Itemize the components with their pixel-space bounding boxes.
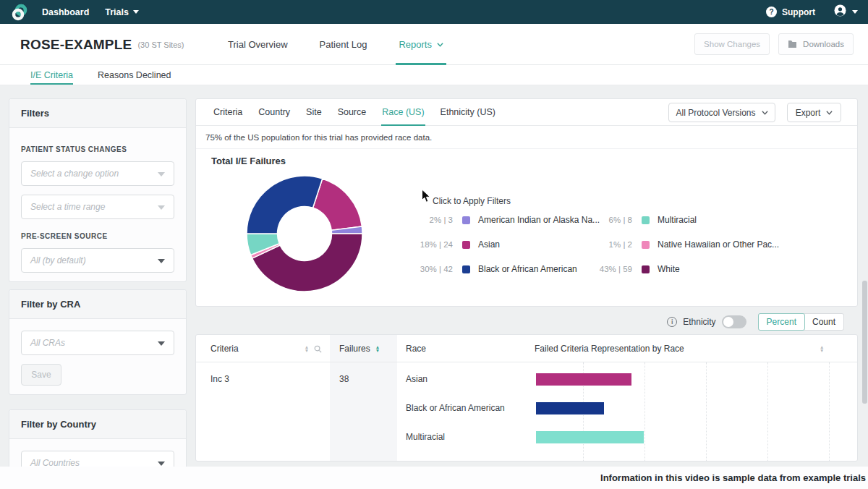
legend-value: 2% | 3 <box>411 216 453 224</box>
filter-by-country-title: Filter by Country <box>9 410 186 439</box>
race-bar[interactable] <box>536 373 631 386</box>
nav-trials[interactable]: Trials <box>105 7 139 17</box>
legend-item-white[interactable]: 43% | 59 White <box>590 262 680 276</box>
nav-dashboard[interactable]: Dashboard <box>42 7 89 17</box>
pre-screen-source-value: All (by default) <box>30 255 86 265</box>
legend-swatch <box>642 241 650 249</box>
avatar[interactable] <box>834 4 846 20</box>
donut-slice-black-or-african-american[interactable] <box>247 176 323 234</box>
protocol-versions-label: All Protocol Versions <box>676 108 755 118</box>
col-representation[interactable]: Failed Criteria Representation by Race <box>535 335 684 362</box>
chevron-down-icon <box>437 41 443 48</box>
downloads-button[interactable]: Downloads <box>778 33 854 55</box>
filters-panel-title: Filters <box>9 99 186 128</box>
report-tab-site[interactable]: Site <box>298 99 330 126</box>
legend-label: Multiracial <box>658 215 697 225</box>
legend-value: 43% | 59 <box>590 265 632 273</box>
subtab-ie-criteria[interactable]: I/E Criteria <box>30 65 73 85</box>
chevron-down-icon <box>158 259 165 263</box>
nav-trials-label: Trials <box>105 7 129 17</box>
sort-icon[interactable]: ▲▼ <box>820 335 824 362</box>
table-header: Criteria ▲▼ Failures ▲▼ Race Failed Crit… <box>196 335 857 362</box>
legend-item-native-hawaiian-or-other-pac[interactable]: 1% | 2 Native Hawaiian or Other Pac... <box>590 237 779 252</box>
chevron-down-icon <box>158 462 165 466</box>
change-option-select[interactable]: Select a change option <box>21 161 174 186</box>
report-tab-country[interactable]: Country <box>250 99 298 126</box>
help-icon: ? <box>766 7 777 17</box>
legend-item-asian[interactable]: 18% | 24 Asian <box>411 237 500 252</box>
report-tab-race-us[interactable]: Race (US) <box>374 99 432 126</box>
legend-item-black-or-african-american[interactable]: 30% | 42 Black or African American <box>411 262 577 276</box>
sort-icon[interactable]: ▲▼ <box>375 346 380 352</box>
show-changes-button[interactable]: Show Changes <box>694 33 770 55</box>
total-ie-failures-donut-chart[interactable] <box>245 174 364 293</box>
race-row: Asian <box>196 365 857 394</box>
country-select[interactable]: All Countries <box>21 451 174 467</box>
report-subtabs: I/E Criteria Reasons Declined <box>0 65 868 85</box>
content-area: Filters PATIENT STATUS CHANGES Select a … <box>0 85 868 467</box>
chevron-down-icon <box>826 109 833 116</box>
mouse-cursor <box>421 189 431 203</box>
patient-status-label: PATIENT STATUS CHANGES <box>21 145 174 153</box>
ethnicity-toggle[interactable] <box>722 315 746 328</box>
cra-select[interactable]: All CRAs <box>21 331 174 355</box>
trial-sites-count: (30 ST Sites) <box>137 41 184 49</box>
legend-value: 30% | 42 <box>411 265 453 273</box>
support-button[interactable]: ? Support <box>766 7 815 17</box>
filters-panel: Filters PATIENT STATUS CHANGES Select a … <box>9 98 187 282</box>
legend-hint: Click to Apply Filters <box>433 196 511 206</box>
trial-header: ROSE-EXAMPLE (30 ST Sites) Trial Overvie… <box>0 24 868 65</box>
trial-tabs: Trial Overview Patient Log Reports <box>228 24 443 65</box>
top-navbar: Dashboard Trials ? Support <box>0 0 868 24</box>
report-tab-source[interactable]: Source <box>330 99 375 126</box>
tab-trial-overview[interactable]: Trial Overview <box>228 24 288 65</box>
legend-value: 18% | 24 <box>411 240 453 249</box>
report-tab-ethnicity-us[interactable]: Ethnicity (US) <box>433 99 503 126</box>
legend-label: American Indian or Alaska Na... <box>478 215 600 225</box>
race-bar[interactable] <box>536 402 604 414</box>
navbar-right: ? Support <box>766 4 858 20</box>
percent-button[interactable]: Percent <box>758 313 805 331</box>
col-criteria[interactable]: Criteria ▲▼ <box>210 335 322 362</box>
subtab-reasons-declined[interactable]: Reasons Declined <box>98 65 171 85</box>
col-failures[interactable]: Failures ▲▼ <box>339 335 380 362</box>
search-icon[interactable] <box>314 345 322 353</box>
legend-swatch <box>462 241 470 249</box>
brand-logo[interactable] <box>10 3 29 22</box>
export-button[interactable]: Export <box>787 103 841 122</box>
scrollbar-thumb[interactable] <box>862 281 867 404</box>
col-criteria-label: Criteria <box>210 344 239 354</box>
chart-title: Total I/E Failures <box>211 156 286 166</box>
app-window: Dashboard Trials ? Support ROSE-EXAMPLE … <box>0 0 868 489</box>
filter-by-cra-title: Filter by CRA <box>9 290 186 319</box>
protocol-versions-select[interactable]: All Protocol Versions <box>668 103 775 122</box>
pre-screen-source-select[interactable]: All (by default) <box>21 248 174 273</box>
race-label: Black or African American <box>406 403 505 413</box>
tab-patient-log[interactable]: Patient Log <box>320 24 367 65</box>
save-button[interactable]: Save <box>21 364 61 386</box>
time-range-select[interactable]: Select a time range <box>21 195 174 219</box>
count-button[interactable]: Count <box>804 314 843 330</box>
col-failures-label: Failures <box>339 344 370 354</box>
race-bar[interactable] <box>536 431 644 443</box>
legend-item-american-indian-or-alaska-na[interactable]: 2% | 3 American Indian or Alaska Na... <box>411 213 600 227</box>
legend-label: Black or African American <box>478 264 577 274</box>
report-card: CriteriaCountrySiteSourceRace (US)Ethnic… <box>195 98 858 307</box>
sort-icon[interactable]: ▲▼ <box>305 346 309 352</box>
col-race: Race <box>406 335 426 362</box>
race-row: Black or African American <box>196 394 857 423</box>
race-label: Multiracial <box>406 432 445 442</box>
legend-item-multiracial[interactable]: 6% | 8 Multiracial <box>590 213 697 227</box>
race-label: Asian <box>406 374 427 384</box>
report-tab-criteria[interactable]: Criteria <box>205 99 250 126</box>
trial-name: ROSE-EXAMPLE <box>20 37 132 53</box>
legend-label: Asian <box>478 239 500 250</box>
col-race-label: Race <box>406 344 426 354</box>
tab-reports[interactable]: Reports <box>399 24 443 65</box>
chevron-down-icon <box>762 109 768 116</box>
chevron-down-icon <box>158 172 165 177</box>
chevron-down-icon[interactable] <box>852 10 858 14</box>
legend-value: 1% | 2 <box>590 240 632 249</box>
criteria-table: Criteria ▲▼ Failures ▲▼ Race Failed Crit… <box>195 334 858 462</box>
legend-swatch <box>642 265 650 273</box>
